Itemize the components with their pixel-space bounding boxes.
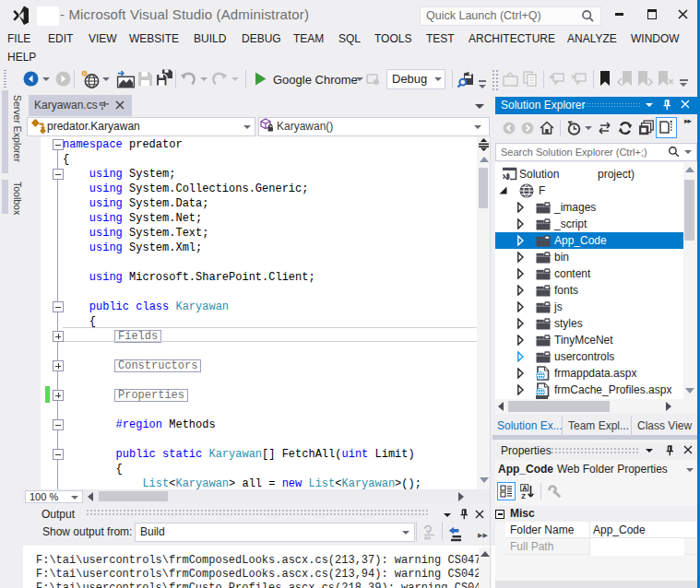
svg-text:A: A <box>522 484 528 492</box>
svg-text:Z: Z <box>521 492 526 500</box>
